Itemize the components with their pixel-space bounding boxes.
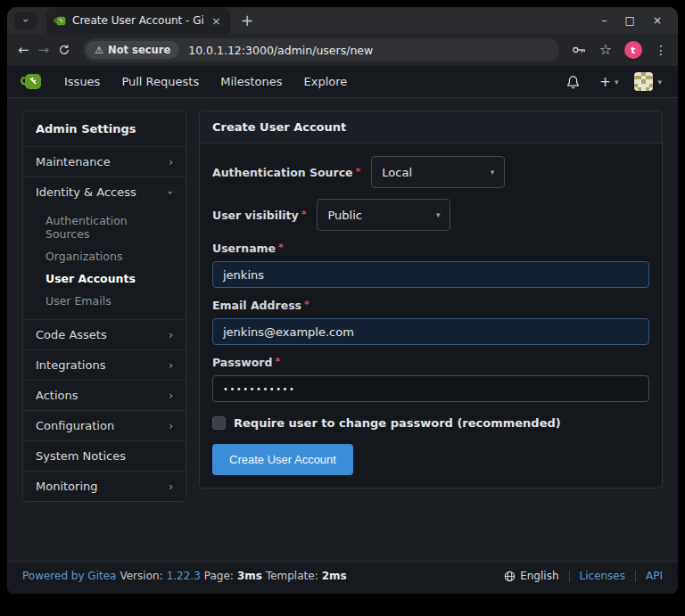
tab-title: Create User Account - Gi <box>72 14 203 27</box>
sidebar-item-actions[interactable]: Actions › <box>23 381 186 411</box>
admin-sidebar: Admin Settings Maintenance › Identity & … <box>22 111 186 502</box>
create-user-account-button[interactable]: Create User Account <box>212 444 353 475</box>
warning-icon: ⚠ <box>95 45 103 56</box>
required-asterisk: * <box>278 242 284 253</box>
label-text: Authentication Source <box>212 166 353 179</box>
new-tab-button[interactable]: + <box>241 12 253 29</box>
visibility-label: User visibility* <box>212 209 306 222</box>
sidebar-item-label: Integrations <box>36 358 105 372</box>
notifications-button[interactable] <box>559 75 587 89</box>
navbar-right: + ▾ ▾ <box>559 72 665 91</box>
create-new-menu[interactable]: + ▾ <box>592 74 625 90</box>
gitea-footer: Powered by Gitea Version: 1.22.3 Page: 3… <box>7 561 678 594</box>
sidebar-item-label: Monitoring <box>36 480 98 493</box>
chevron-right-icon: › <box>169 329 173 341</box>
email-input[interactable]: jenkins@example.com <box>212 318 649 345</box>
nav-issues[interactable]: Issues <box>54 75 110 88</box>
address-bar[interactable]: ⚠ Not secure 10.0.1.12:3000/admin/users/… <box>83 38 559 62</box>
api-link[interactable]: API <box>646 570 663 582</box>
footer-divider <box>635 571 636 582</box>
browser-tab[interactable]: Create User Account - Gi × <box>46 7 230 34</box>
reload-button[interactable] <box>58 44 70 56</box>
security-badge[interactable]: ⚠ Not secure <box>86 41 179 59</box>
sidebar-item-configuration[interactable]: Configuration › <box>23 411 186 441</box>
powered-by-gitea-link[interactable]: Powered by Gitea <box>22 570 116 582</box>
sidebar-item-user-emails[interactable]: User Emails <box>23 290 186 312</box>
auth-source-label: Authentication Source* <box>212 166 360 179</box>
label-text: Email Address <box>212 299 301 312</box>
chevron-right-icon: › <box>169 390 173 402</box>
sidebar-title: Admin Settings <box>23 111 186 147</box>
gitea-logo-icon[interactable] <box>20 71 42 92</box>
sidebar-item-integrations[interactable]: Integrations › <box>23 350 186 381</box>
footer-right: English Licenses API <box>504 570 663 582</box>
bookmark-star-icon[interactable]: ☆ <box>599 43 612 57</box>
chevron-right-icon: › <box>169 359 173 372</box>
close-window-button[interactable]: × <box>653 7 662 34</box>
plus-icon: + <box>599 74 611 90</box>
visibility-field: User visibility* Public ▾ <box>212 199 649 231</box>
page-time-value: 3ms <box>237 570 262 582</box>
globe-icon <box>504 571 516 582</box>
browser-window: › Create User Account - Gi × + – □ × <box>7 7 678 594</box>
template-time-value: 2ms <box>322 570 347 582</box>
nav-pull-requests[interactable]: Pull Requests <box>111 75 209 88</box>
gitea-page: Issues Pull Requests Milestones Explore … <box>7 66 678 594</box>
auth-source-select[interactable]: Local ▾ <box>371 156 505 188</box>
visibility-select[interactable]: Public ▾ <box>317 199 450 231</box>
chevron-right-icon: › <box>169 420 173 432</box>
maximize-button[interactable]: □ <box>625 7 635 34</box>
label-text: User visibility <box>212 209 299 222</box>
version-link[interactable]: 1.22.3 <box>167 570 201 582</box>
tab-search-button[interactable]: › <box>14 12 37 29</box>
chevron-right-icon: › <box>169 156 173 168</box>
password-manager-key-icon[interactable] <box>572 45 587 55</box>
identity-access-submenu: Authentication Sources Organizations Use… <box>23 207 186 320</box>
footer-divider <box>569 571 570 582</box>
language-selector[interactable]: English <box>504 570 558 582</box>
browser-profile-avatar[interactable]: t <box>624 41 642 59</box>
sidebar-item-label: Code Assets <box>36 328 107 341</box>
nav-explore[interactable]: Explore <box>293 75 357 88</box>
require-password-change-checkbox[interactable] <box>212 416 226 430</box>
user-avatar <box>634 72 653 91</box>
password-input[interactable]: ••••••••••• <box>212 375 649 402</box>
caret-down-icon: ▾ <box>436 210 441 219</box>
nav-milestones[interactable]: Milestones <box>210 75 292 88</box>
sidebar-item-authentication-sources[interactable]: Authentication Sources <box>23 209 186 245</box>
forward-button[interactable]: → <box>38 44 50 57</box>
bell-icon <box>566 75 580 89</box>
browser-menu-kebab-icon[interactable]: ⋮ <box>655 44 667 56</box>
back-button[interactable]: ← <box>18 44 29 57</box>
version-label: Version: <box>120 570 162 582</box>
footer-left: Powered by Gitea Version: 1.22.3 Page: 3… <box>22 570 347 582</box>
gitea-favicon-icon <box>54 15 66 27</box>
sidebar-item-code-assets[interactable]: Code Assets › <box>23 320 186 350</box>
sidebar-item-monitoring[interactable]: Monitoring › <box>23 472 186 501</box>
username-input[interactable]: jenkins <box>212 261 649 288</box>
chevron-down-icon: › <box>166 190 177 194</box>
caret-down-icon: ▾ <box>491 168 495 177</box>
toolbar-actions: ☆ t ⋮ <box>572 41 667 59</box>
tab-close-icon[interactable]: × <box>210 14 223 28</box>
require-password-change-row: Require user to change password (recomme… <box>212 416 649 430</box>
caret-down-icon: ▾ <box>615 78 619 86</box>
chevron-right-icon: › <box>169 480 173 493</box>
minimize-button[interactable]: – <box>602 7 607 34</box>
selected-value: Public <box>327 209 361 222</box>
sidebar-item-identity-access[interactable]: Identity & Access › <box>23 177 186 207</box>
sidebar-item-system-notices[interactable]: System Notices <box>23 441 186 472</box>
label-text: Username <box>212 242 276 255</box>
required-asterisk: * <box>356 166 361 177</box>
sidebar-item-label: Actions <box>36 389 78 402</box>
browser-toolbar: ← → ⚠ Not secure 10.0.1.12:3000/admin/us… <box>7 34 678 66</box>
sidebar-item-user-accounts[interactable]: User Accounts <box>23 267 186 290</box>
screen: › Create User Account - Gi × + – □ × <box>0 0 685 616</box>
user-menu[interactable]: ▾ <box>631 72 665 91</box>
caret-down-icon: ▾ <box>657 78 662 86</box>
sidebar-item-maintenance[interactable]: Maintenance › <box>23 147 186 177</box>
licenses-link[interactable]: Licenses <box>580 570 626 582</box>
tab-strip: › Create User Account - Gi × + – □ × <box>7 7 678 34</box>
sidebar-item-organizations[interactable]: Organizations <box>23 245 186 267</box>
sidebar-item-label: Configuration <box>36 419 114 432</box>
